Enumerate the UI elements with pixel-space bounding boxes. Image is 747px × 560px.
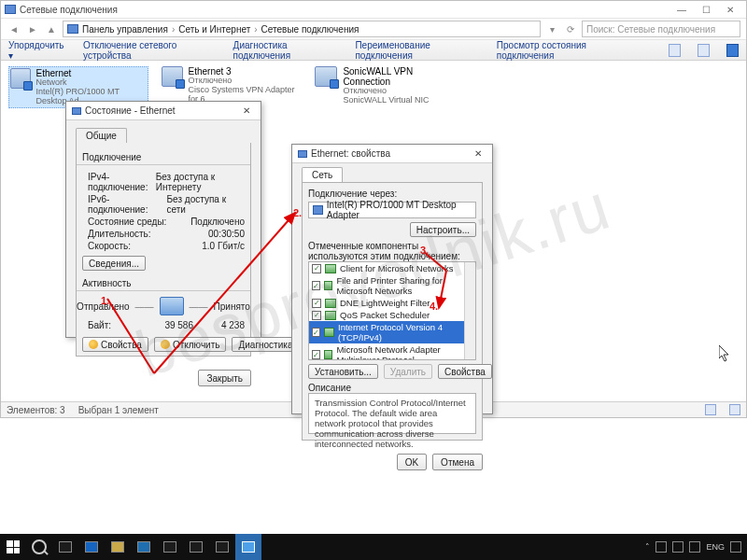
refresh-button[interactable]: ⟳ xyxy=(563,21,578,36)
maximize-button[interactable]: ☐ xyxy=(694,1,718,18)
taskbar: ˄ ENG xyxy=(0,534,747,560)
list-item-label: QoS Packet Scheduler xyxy=(340,310,430,320)
view-status-cmd[interactable]: Просмотр состояния подключения xyxy=(497,40,635,61)
history-dropdown[interactable]: ▾ xyxy=(544,21,559,36)
breadcrumb-0[interactable]: Панель управления xyxy=(82,24,168,35)
preview-pane-icon[interactable] xyxy=(698,44,710,57)
annotation-3: 3. xyxy=(420,245,429,256)
group-activity: Активность xyxy=(77,278,250,288)
conn-name: SonicWALL VPN Connection xyxy=(343,66,455,87)
status-dialog-title: Состояние - Ethernet xyxy=(85,105,176,116)
diagnostics-button[interactable]: Диагностика xyxy=(232,337,299,352)
taskbar-app-explorer[interactable] xyxy=(105,534,131,560)
taskbar-app-6[interactable] xyxy=(209,534,235,560)
up-button[interactable]: ▲ xyxy=(44,21,59,36)
tray-network-icon[interactable] xyxy=(672,541,684,553)
nic-small-icon xyxy=(313,205,323,215)
tray-language[interactable]: ENG xyxy=(706,542,725,552)
taskbar-app-store[interactable] xyxy=(131,534,157,560)
tray-volume-icon[interactable] xyxy=(689,541,700,553)
list-item-label: File and Printer Sharing for Microsoft N… xyxy=(336,275,472,296)
shield-icon xyxy=(161,340,170,349)
organize-menu[interactable]: Упорядочить ▾ xyxy=(8,40,66,61)
nic-small-icon xyxy=(5,5,16,14)
configure-button[interactable]: Настроить... xyxy=(410,222,476,237)
taskbar-app-5[interactable] xyxy=(183,534,209,560)
close-button[interactable]: Закрыть xyxy=(198,370,251,386)
taskview-icon[interactable] xyxy=(52,534,78,560)
search-input[interactable]: Поиск: Сетевые подключения xyxy=(582,21,740,37)
back-button[interactable]: ◄ xyxy=(7,21,21,36)
list-item[interactable]: ✓Client for Microsoft Networks xyxy=(309,262,475,274)
taskbar-app-4[interactable] xyxy=(157,534,183,560)
list-item[interactable]: ✓DNE LightWeight Filter xyxy=(309,297,475,309)
view-details-icon[interactable] xyxy=(705,404,716,415)
disable-device-cmd[interactable]: Отключение сетевого устройства xyxy=(83,40,217,61)
forward-button[interactable]: ► xyxy=(25,21,40,36)
help-icon[interactable] xyxy=(726,44,739,57)
description-label: Описание xyxy=(308,383,476,393)
search-icon[interactable] xyxy=(26,534,52,560)
minimize-button[interactable]: — xyxy=(669,1,694,18)
tab-general[interactable]: Общие xyxy=(76,128,127,143)
properties-dialog-title: Ethernet: свойства xyxy=(311,148,390,159)
tab-network[interactable]: Сеть xyxy=(302,167,343,182)
mouse-cursor xyxy=(719,345,730,362)
diagnose-cmd[interactable]: Диагностика подключения xyxy=(233,40,339,61)
status-properties-button[interactable]: Свойства xyxy=(82,337,148,352)
scrollbar[interactable] xyxy=(464,262,475,359)
ok-button[interactable]: OK xyxy=(397,454,427,470)
properties-dialog-titlebar[interactable]: Ethernet: свойства ✕ xyxy=(292,145,492,163)
breadcrumb-1[interactable]: Сеть и Интернет xyxy=(178,24,250,35)
explorer-title: Сетевые подключения xyxy=(20,5,118,15)
checkbox-icon[interactable]: ✓ xyxy=(312,264,321,273)
tray-up-icon[interactable]: ˄ xyxy=(645,542,650,552)
breadcrumb[interactable]: Панель управления› Сеть и Интернет› Сете… xyxy=(63,21,541,37)
disable-button[interactable]: Отключить xyxy=(154,337,227,352)
taskbar-app-edge[interactable] xyxy=(78,534,105,560)
list-item-label: Microsoft Network Adapter Multiplexor Pr… xyxy=(336,344,472,360)
view-large-icon[interactable] xyxy=(729,404,740,415)
item-properties-button[interactable]: Свойства xyxy=(438,364,492,379)
status-dialog-titlebar[interactable]: Состояние - Ethernet ✕ xyxy=(66,102,261,120)
list-item[interactable]: ✓File and Printer Sharing for Microsoft … xyxy=(309,274,475,297)
rename-cmd[interactable]: Переименование подключения xyxy=(355,40,479,61)
protocol-icon xyxy=(325,264,336,273)
checkbox-icon[interactable]: ✓ xyxy=(312,299,321,308)
close-icon[interactable]: ✕ xyxy=(238,104,255,119)
view-icon[interactable] xyxy=(669,44,681,57)
start-button[interactable] xyxy=(0,534,26,560)
tray-icon[interactable] xyxy=(655,541,667,553)
tray-notifications-icon[interactable] xyxy=(730,541,741,553)
monitor-icon xyxy=(160,297,184,315)
status-count: Элементов: 3 xyxy=(7,405,65,415)
system-tray: ˄ ENG xyxy=(640,541,747,553)
protocol-icon xyxy=(324,281,332,290)
close-icon[interactable]: ✕ xyxy=(470,147,486,161)
adapter-name: Intel(R) PRO/1000 MT Desktop Adapter xyxy=(327,200,472,220)
install-button[interactable]: Установить... xyxy=(308,364,378,379)
list-item-label: Internet Protocol Version 4 (TCP/IPv4) xyxy=(338,322,472,343)
checkbox-icon[interactable]: ✓ xyxy=(312,281,320,290)
protocol-icon xyxy=(325,299,336,308)
taskbar-app-active[interactable] xyxy=(235,534,261,560)
status-dialog: Состояние - Ethernet ✕ Общие Подключение… xyxy=(65,101,261,338)
nic-small-icon xyxy=(67,24,78,34)
details-button[interactable]: Сведения... xyxy=(82,256,146,271)
list-item[interactable]: ✓Internet Protocol Version 4 (TCP/IPv4) xyxy=(309,321,475,343)
cancel-button[interactable]: Отмена xyxy=(432,454,483,470)
checkbox-icon[interactable]: ✓ xyxy=(312,311,321,320)
protocol-icon xyxy=(325,311,336,320)
list-item[interactable]: ✓QoS Packet Scheduler xyxy=(309,309,475,321)
checkbox-icon[interactable]: ✓ xyxy=(312,328,320,337)
components-list[interactable]: ✓Client for Microsoft Networks✓File and … xyxy=(308,261,476,360)
list-item[interactable]: ✓Microsoft Network Adapter Multiplexor P… xyxy=(309,343,475,360)
connect-using-label: Подключение через: xyxy=(308,189,476,199)
checkbox-icon[interactable]: ✓ xyxy=(312,350,320,359)
close-button[interactable]: ✕ xyxy=(718,1,742,18)
sent-value: 39 586 xyxy=(164,320,193,330)
breadcrumb-2[interactable]: Сетевые подключения xyxy=(261,24,359,35)
annotation-4: 4. xyxy=(430,301,438,312)
connection-sonicwall[interactable]: SonicWALL VPN Connection Отключено Sonic… xyxy=(315,66,455,108)
command-bar: Упорядочить ▾ Отключение сетевого устрой… xyxy=(1,40,746,61)
